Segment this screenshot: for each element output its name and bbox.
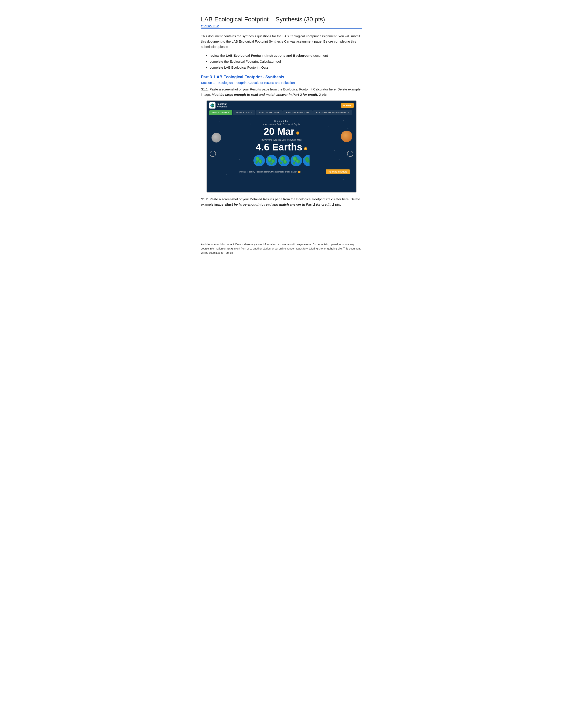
earths-count: 4.6 Earths i [213, 142, 350, 153]
part3-heading: Part 3. LAB Ecological Footprint - Synth… [201, 75, 362, 79]
bullet-list: review the LAB Ecological Footprint Inst… [201, 53, 362, 70]
bullet-item-3: complete LAB Ecological Footprint Quiz [210, 64, 362, 70]
svg-point-17 [242, 179, 242, 180]
empty-answer-space [201, 209, 362, 236]
overshoot-info-icon[interactable]: i [296, 131, 300, 135]
calc-header: Footprint Network® DONATE [207, 101, 356, 109]
bullet-item-2: complete the Ecological Footprint Calcul… [210, 58, 362, 64]
svg-point-35 [297, 159, 300, 163]
document-title: LAB Ecological Footprint – Synthesis (30… [201, 16, 362, 23]
results-label: RESULTS [213, 120, 350, 122]
svg-point-28 [270, 163, 273, 165]
globe-4 [291, 155, 302, 166]
globe-2 [266, 155, 277, 166]
globes-container [213, 155, 350, 166]
s1-1-question: S1.1. Paste a screenshot of your Results… [201, 87, 362, 97]
tab-result-part1[interactable]: RESULT PART 1 [209, 110, 232, 115]
overshoot-intro: Your personal Earth Overshoot Day is: [213, 123, 350, 126]
retake-button[interactable]: RE-TAKE THE QUIZ [326, 169, 350, 174]
svg-point-32 [280, 161, 282, 164]
footprint-logo: Footprint Network® [209, 102, 227, 109]
tab-explore-data[interactable]: EXPLORE YOUR DATA [283, 110, 313, 115]
bullet-item-1: review the LAB Ecological Footprint Inst… [210, 53, 362, 58]
intro-paragraph: This document contains the synthesis que… [201, 34, 362, 49]
tab-result-part2[interactable]: RESULT PART 2 [233, 110, 256, 115]
if-everyone-label: If everyone lived like you, we would nee… [213, 139, 350, 141]
why-cant-text: Why can't I get my Footprint score withi… [213, 171, 326, 173]
svg-point-23 [255, 161, 258, 164]
calculator-screenshot: Footprint Network® DONATE RESULT PART 1 … [206, 100, 357, 193]
footprint-logo-text: Footprint Network® [217, 103, 227, 108]
footprint-logo-icon [209, 102, 215, 109]
svg-point-4 [233, 118, 233, 119]
overshoot-date: 20 Mar i [213, 126, 350, 137]
donate-button[interactable]: DONATE [341, 103, 354, 108]
globe-half [303, 155, 310, 166]
svg-point-18 [326, 174, 326, 175]
cursor-line [201, 31, 203, 31]
calc-body: ← → RESULTS Your personal Earth Overshoo… [207, 115, 356, 192]
globe-3 [278, 155, 290, 166]
svg-point-16 [226, 174, 227, 175]
tab-how-do-you-feel[interactable]: HOW DO YOU FEEL [256, 110, 283, 115]
earths-info-icon[interactable]: i [304, 147, 307, 150]
top-border [201, 9, 362, 9]
svg-point-36 [293, 162, 296, 165]
section1-heading: Section 1 – Ecological Footprint Calcula… [201, 81, 362, 84]
footprint-bottom: Why can't I get my Footprint score withi… [213, 169, 350, 174]
calc-nav: RESULT PART 1 RESULT PART 2 HOW DO YOU F… [207, 110, 356, 115]
overview-link[interactable]: OVERVIEW [201, 24, 362, 29]
tab-solution-movethedate[interactable]: SOLUTION TO #MOVETHEDATE [313, 110, 352, 115]
s1-2-question: S1.2. Paste a screenshot of your Detaile… [201, 197, 362, 207]
footer-text: Avoid Academic Misconduct. Do not share … [201, 242, 362, 255]
svg-point-8 [317, 117, 317, 118]
svg-point-19 [343, 179, 344, 180]
why-cant-info-icon[interactable]: i [298, 171, 301, 173]
globe-1 [253, 155, 265, 166]
